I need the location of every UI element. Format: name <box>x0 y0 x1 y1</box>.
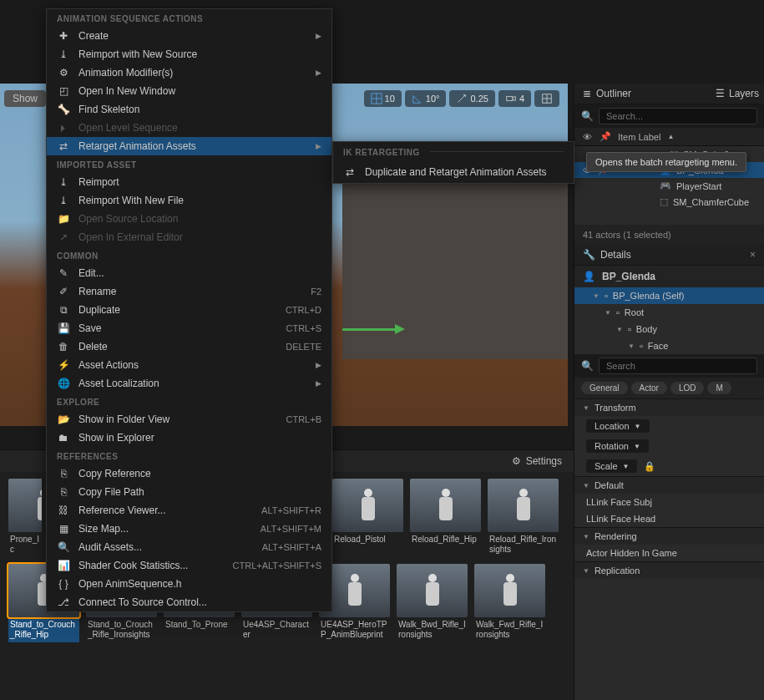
filter-button[interactable]: M <box>707 382 731 394</box>
chevron-down-icon[interactable]: ▼ <box>605 309 611 317</box>
reimport-file-icon: ⤓ <box>57 194 70 207</box>
llink-face-subj-row[interactable]: LLink Face Subj <box>574 494 764 510</box>
menu-create[interactable]: ✚ Create ▶ <box>47 27 331 45</box>
show-dropdown[interactable]: Show <box>4 90 46 107</box>
close-icon[interactable]: × <box>750 249 756 261</box>
asset-card[interactable]: Reload_Pistol <box>332 479 403 557</box>
outliner-item[interactable]: ⬚SM_ChamferCube <box>574 194 764 210</box>
actor-icon: 👤 <box>583 271 595 282</box>
filter-button[interactable]: Actor <box>631 382 667 394</box>
transform-section-header[interactable]: ▼ Transform <box>574 399 764 416</box>
replication-section-header[interactable]: ▼ Replication <box>574 562 764 579</box>
component-row[interactable]: ▼▫Root <box>574 304 764 321</box>
component-tree[interactable]: ▼▫BP_Glenda (Self)▼▫Root▼▫Body▼▫Face <box>574 287 764 354</box>
menu-animation-modifiers[interactable]: ⚙ Animation Modifier(s) ▶ <box>47 63 331 82</box>
section-animation-actions: ANIMATION SEQUENCE ACTIONS <box>47 9 331 27</box>
shortcut: ALT+SHIFT+M <box>261 524 321 534</box>
angle-snap[interactable]: 10° <box>405 90 447 107</box>
chevron-down-icon[interactable]: ▼ <box>593 292 600 300</box>
chevron-down-icon[interactable]: ▼ <box>583 567 589 575</box>
scale-snap[interactable]: 0.25 <box>449 90 494 107</box>
grid-snap[interactable]: 10 <box>364 90 402 107</box>
rendering-section-header[interactable]: ▼ Rendering <box>574 528 764 545</box>
chevron-down-icon[interactable]: ▼ <box>634 443 640 450</box>
chevron-down-icon[interactable]: ▼ <box>583 404 589 412</box>
chevron-down-icon[interactable]: ▼ <box>583 482 589 489</box>
component-icon: ▫ <box>640 341 643 351</box>
menu-reference-viewer[interactable]: ⛓ Reference Viewer... ALT+SHIFT+R <box>47 501 331 520</box>
ref-viewer-icon: ⛓ <box>57 504 70 517</box>
menu-open-new-window[interactable]: ◰ Open In New Window <box>47 82 331 100</box>
component-row[interactable]: ▼▫Body <box>574 321 764 337</box>
location-row[interactable]: Location▼ <box>574 416 764 436</box>
filter-button[interactable]: General <box>581 382 628 394</box>
rotation-row[interactable]: Rotation▼ <box>574 436 764 456</box>
scale-row[interactable]: Scale▼ 🔒 <box>574 456 764 476</box>
item-label-column[interactable]: Item Label <box>618 132 660 142</box>
viewport-layout[interactable] <box>534 90 559 107</box>
outliner-header[interactable]: 👁 📌 Item Label ▲ <box>574 128 764 146</box>
asset-label: Ue4ASP_Character <box>241 617 312 642</box>
llink-face-head-row[interactable]: LLink Face Head <box>574 510 764 527</box>
pin-column-icon[interactable]: 📌 <box>600 131 611 142</box>
menu-copy-reference[interactable]: ⎘ Copy Reference <box>47 464 331 483</box>
filter-button[interactable]: LOD <box>670 382 705 394</box>
asset-card[interactable]: Reload_Rifle_Ironsights <box>488 479 559 557</box>
camera-speed[interactable]: 4 <box>498 90 531 107</box>
scale-snap-value: 0.25 <box>470 94 488 104</box>
chevron-down-icon[interactable]: ▼ <box>583 533 589 540</box>
menu-size-map[interactable]: ▦ Size Map... ALT+SHIFT+M <box>47 520 331 538</box>
retarget-icon: ⇄ <box>343 165 357 179</box>
menu-audit-assets[interactable]: 🔍 Audit Assets... ALT+SHIFT+A <box>47 538 331 556</box>
actor-hidden-row[interactable]: Actor Hidden In Game <box>574 545 764 561</box>
chevron-down-icon[interactable]: ▼ <box>623 463 630 470</box>
menu-open-animsequence[interactable]: { } Open AnimSequence.h <box>47 575 331 593</box>
settings-button[interactable]: ⚙ Settings <box>512 455 562 467</box>
duplicate-icon: ⧉ <box>57 303 70 317</box>
actor-icon: 🎮 <box>660 180 671 191</box>
section-explore: EXPLORE <box>47 393 331 410</box>
chevron-down-icon[interactable]: ▼ <box>635 423 641 430</box>
asset-card[interactable]: Reload_Rifle_Hip <box>410 479 481 557</box>
component-row[interactable]: ▼▫BP_Glenda (Self) <box>574 287 764 304</box>
outliner-search-input[interactable] <box>599 108 757 124</box>
menu-edit[interactable]: ✎ Edit... <box>47 264 331 282</box>
menu-show-explorer[interactable]: 🖿 Show in Explorer <box>47 429 331 447</box>
component-row[interactable]: ▼▫Face <box>574 337 764 354</box>
lock-icon[interactable]: 🔒 <box>644 461 655 472</box>
menu-shader-cook-stats[interactable]: 📊 Shader Cook Statistics... CTRL+ALT+SHI… <box>47 556 331 575</box>
asset-card[interactable]: Walk_Fwd_Rifle_Ironsights <box>474 564 545 642</box>
transform-gizmo[interactable] <box>342 313 409 347</box>
details-filter-buttons: GeneralActorLODM <box>574 378 764 398</box>
menu-delete[interactable]: 🗑 Delete DELETE <box>47 337 331 356</box>
asset-thumbnail <box>410 479 481 532</box>
details-search-input[interactable] <box>599 358 757 374</box>
menu-connect-source-control[interactable]: ⎇ Connect To Source Control... <box>47 593 331 611</box>
shortcut: ALT+SHIFT+R <box>261 505 321 515</box>
outliner-title: Outliner <box>596 88 631 99</box>
menu-find-skeleton[interactable]: 🦴 Find Skeleton <box>47 100 331 119</box>
menu-copy-file-path[interactable]: ⎘ Copy File Path <box>47 483 331 501</box>
menu-reimport-with-file[interactable]: ⤓ Reimport With New File <box>47 191 331 210</box>
asset-card[interactable]: Walk_Bwd_Rifle_Ironsights <box>397 564 468 642</box>
default-section-header[interactable]: ▼ Default <box>574 477 764 494</box>
menu-reimport-new-source[interactable]: ⤓ Reimport with New Source <box>47 45 331 63</box>
menu-rename[interactable]: ✐ Rename F2 <box>47 282 331 301</box>
asset-label: Walk_Bwd_Rifle_Ironsights <box>397 617 468 642</box>
menu-reimport[interactable]: ⤓ Reimport <box>47 173 331 191</box>
visibility-column-icon[interactable]: 👁 <box>581 132 593 142</box>
copy-ref-icon: ⎘ <box>57 467 70 480</box>
asset-card[interactable]: Prone_Ic <box>8 479 42 557</box>
menu-asset-actions[interactable]: ⚡ Asset Actions ▶ <box>47 356 331 374</box>
outliner-item[interactable]: 🎮PlayerStart <box>574 178 764 194</box>
menu-asset-localization[interactable]: 🌐 Asset Localization ▶ <box>47 374 331 393</box>
details-tab[interactable]: 🔧 Details × <box>574 245 764 266</box>
chevron-down-icon[interactable]: ▼ <box>616 326 623 333</box>
menu-duplicate-retarget[interactable]: ⇄ Duplicate and Retarget Animation Asset… <box>333 161 574 183</box>
chevron-down-icon[interactable]: ▼ <box>628 342 635 350</box>
menu-show-folder-view[interactable]: 📂 Show in Folder View CTRL+B <box>47 410 331 429</box>
menu-save[interactable]: 💾 Save CTRL+S <box>47 319 331 337</box>
menu-retarget-animation[interactable]: ⇄ Retarget Animation Assets ▶ <box>47 137 331 155</box>
layers-tab[interactable]: ☰ Layers <box>707 84 764 104</box>
menu-duplicate[interactable]: ⧉ Duplicate CTRL+D <box>47 301 331 319</box>
